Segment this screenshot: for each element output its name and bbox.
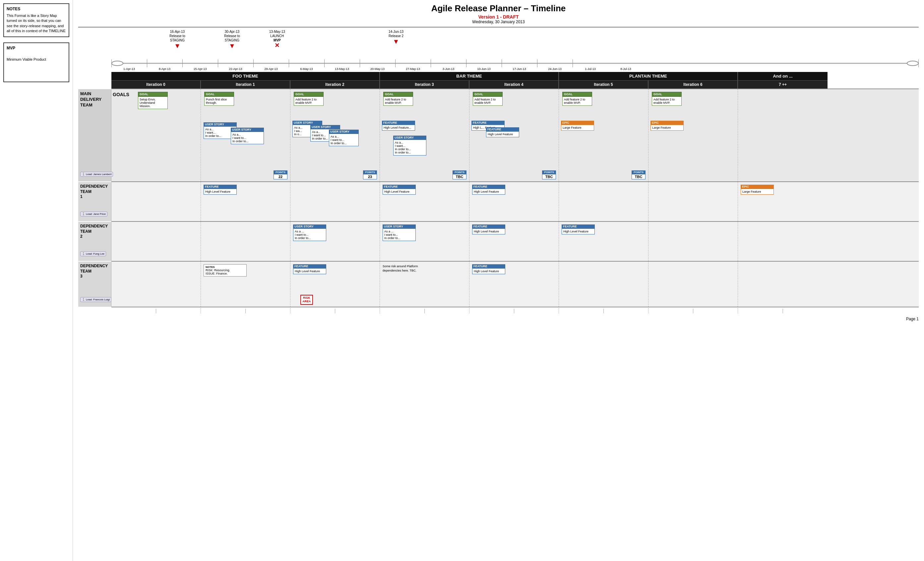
dep3-col-2: FEATURE High Level Feature RISKAREA bbox=[290, 262, 380, 307]
dep2-col-1 bbox=[201, 222, 290, 261]
goal-card-2: GOAL Add feature 2 to enable MVP. bbox=[294, 92, 324, 106]
iter-1: Iteration 1 bbox=[201, 80, 290, 88]
goal-card-1: GOAL Punch first slice through. bbox=[204, 92, 234, 106]
dep2-col-4: FEATURE High Level Feature bbox=[470, 222, 559, 261]
epic-6: EPIC Large Feature bbox=[651, 121, 684, 130]
main-lead-badge: 🚶 Lead: James Lambert bbox=[80, 172, 113, 177]
dep3-col-7 bbox=[738, 262, 828, 307]
iter-0: Iteration 0 bbox=[111, 80, 201, 88]
points-3: POINTS TBC bbox=[453, 170, 466, 179]
dep-team-2-label: DEPENDENCYTEAM2 🚶 Lead: Fung Lee bbox=[78, 222, 111, 261]
dep1-col-6 bbox=[648, 182, 738, 221]
user-story-3: USER STORY As a...I want...In order to..… bbox=[393, 136, 426, 156]
mvp-box: MVP Minimum Viable Product bbox=[3, 42, 69, 82]
page-version: Version 1 - DRAFT bbox=[78, 14, 919, 20]
dep2-feature-5: FEATURE High Level Feature bbox=[562, 225, 595, 234]
dep1-col-0 bbox=[111, 182, 201, 221]
dep2-col-5: FEATURE High Level Feature bbox=[559, 222, 648, 261]
mvp-text: Minimum Viable Product bbox=[7, 57, 66, 62]
iter-6: Iteration 6 bbox=[648, 80, 738, 88]
iter-col-0: GOAL Setup Envs. Understand Mission. bbox=[111, 89, 201, 182]
points-1: POINTS 22 bbox=[273, 170, 288, 179]
theme-header: FOO THEME BAR THEME PLANTAIN THEME And o… bbox=[111, 72, 919, 80]
dep2-col-0 bbox=[111, 222, 201, 261]
user-story-1b: USER STORY As a...I want to...In order t… bbox=[231, 128, 264, 144]
dep1-feature-1: FEATURE High Level Feature bbox=[204, 184, 237, 195]
dep3-col-3: Some risk around Platform dependencies h… bbox=[380, 262, 470, 307]
dep2-userstory-3: USER STORY As a ...I want to...In order … bbox=[382, 225, 416, 241]
milestone-2: 30-Apr-13Release toSTAGING ▼ bbox=[224, 30, 240, 49]
dep1-lead-badge: 🚶 Lead: Jane Price bbox=[80, 212, 107, 216]
page-date: Wednesday, 30 January 2013 bbox=[78, 20, 919, 24]
risk-area-badge: RISKAREA bbox=[300, 295, 313, 305]
epic-5: EPIC Large Feature bbox=[561, 121, 594, 130]
dep3-col-6 bbox=[648, 262, 738, 307]
dep-team-3-label: DEPENDENCYTEAM3 🚶 Lead: Francois Luigi bbox=[78, 262, 111, 307]
dep3-risk-text: Some risk around Platform dependencies h… bbox=[382, 264, 436, 273]
iter-col-1: GOAL Punch first slice through. USER STO… bbox=[201, 89, 290, 182]
iter-4: Iteration 4 bbox=[470, 80, 559, 88]
milestone-4: 14-Jun-13Release 2 ▼ bbox=[388, 30, 404, 45]
dep2-col-2: USER STORY As a ...I want to...In order … bbox=[290, 222, 380, 261]
dep3-feature-4: FEATURE High Level Feature bbox=[472, 264, 505, 274]
dep1-col-3: FEATURE High Level Feature bbox=[380, 182, 470, 221]
dep2-col-6 bbox=[648, 222, 738, 261]
main-delivery-row: MAINDELIVERYTEAM 🚶 Lead: James Lambert G… bbox=[111, 88, 919, 182]
points-5: POINTS TBC bbox=[632, 170, 645, 179]
goal-card-4: GOAL Add feature 2 to enable MVP. bbox=[473, 92, 502, 106]
dep3-col-5 bbox=[559, 262, 648, 307]
goal-card-6: GOAL Add feature 2 to enable MVP. bbox=[652, 92, 682, 106]
dep2-userstory-2: USER STORY As a ...I want to...In order … bbox=[293, 225, 326, 241]
andon-theme: And on ... bbox=[738, 72, 828, 80]
dep1-col-4: FEATURE High Level Feature bbox=[470, 182, 559, 221]
dep-team-1-label: DEPENDENCYTEAM1 🚶 Lead: Jane Price bbox=[78, 182, 111, 221]
bar-theme: BAR THEME bbox=[380, 72, 559, 80]
iter-col-2: GOAL Add feature 2 to enable MVP. USER S… bbox=[290, 89, 380, 182]
iter-col-6: GOAL Add feature 2 to enable MVP. EPIC L… bbox=[648, 89, 738, 182]
iter-header: Iteration 0 Iteration 1 Iteration 2 Iter… bbox=[111, 80, 919, 88]
iter-7: 7 ++ bbox=[738, 80, 828, 88]
page-number: Page 1 bbox=[78, 316, 919, 321]
plantain-theme: PLANTAIN THEME bbox=[559, 72, 738, 80]
dep1-col-5 bbox=[559, 182, 648, 221]
dep1-epic-7: EPIC Large Feature bbox=[741, 184, 774, 195]
dep2-feature-4: FEATURE High Level Feature bbox=[472, 225, 505, 234]
dep1-col-7: EPIC Large Feature bbox=[738, 182, 828, 221]
milestones-area: 16-Apr-13Release toSTAGING ▼ 30-Apr-13Re… bbox=[111, 30, 919, 59]
goal-card-3: GOAL Add feature 2 to enable MVP. bbox=[383, 92, 413, 106]
goal-card-5: GOAL Add feature 2 to enable MVP. bbox=[562, 92, 592, 106]
bottom-ticks: | | | | | | | | bbox=[111, 308, 919, 314]
dep3-notes: NOTES RISK: Resourcing.ISSUE: Finance. bbox=[204, 264, 247, 276]
dep1-col-2 bbox=[290, 182, 380, 221]
mvp-title: MVP bbox=[7, 46, 66, 50]
iter-3: Iteration 3 bbox=[380, 80, 470, 88]
page-wrapper: NOTES This Format is like a Story Map tu… bbox=[0, 0, 924, 561]
dep-team-2-row: DEPENDENCYTEAM2 🚶 Lead: Fung Lee USER ST… bbox=[111, 221, 919, 261]
iter-5: Iteration 5 bbox=[559, 80, 648, 88]
dep2-col-7 bbox=[738, 222, 828, 261]
main-delivery-label: MAINDELIVERYTEAM 🚶 Lead: James Lambert bbox=[78, 89, 111, 182]
points-4: POINTS TBC bbox=[542, 170, 556, 179]
grid-area: MAINDELIVERYTEAM 🚶 Lead: James Lambert G… bbox=[111, 88, 919, 314]
dep2-col-3: USER STORY As a ...I want to...In order … bbox=[380, 222, 470, 261]
dep-team-1-row: DEPENDENCYTEAM1 🚶 Lead: Jane Price F bbox=[111, 182, 919, 221]
notes-text: This Format is like a Story Map turned o… bbox=[7, 13, 66, 34]
main-content: Agile Release Planner – Timeline Version… bbox=[73, 0, 924, 561]
dep1-col-1: FEATURE High Level Feature bbox=[201, 182, 290, 221]
feature-4b: FEATURE High Level Feature bbox=[486, 128, 519, 137]
milestone-3: 13-May-13LAUNCHMVP ✕ bbox=[269, 30, 285, 48]
iter-2: Iteration 2 bbox=[290, 80, 380, 88]
timeline-section: 16-Apr-13Release toSTAGING ▼ 30-Apr-13Re… bbox=[78, 30, 919, 70]
timeline-bar bbox=[111, 59, 919, 67]
dep2-lead-badge: 🚶 Lead: Fung Lee bbox=[80, 251, 106, 256]
sidebar: NOTES This Format is like a Story Map tu… bbox=[0, 0, 73, 561]
dep3-col-4: FEATURE High Level Feature bbox=[470, 262, 559, 307]
user-story-2c: USER STORY As a...I want to...In order t… bbox=[329, 130, 359, 146]
dep3-lead-badge: 🚶 Lead: Francois Luigi bbox=[80, 297, 111, 302]
dep3-col-1: NOTES RISK: Resourcing.ISSUE: Finance. bbox=[201, 262, 290, 307]
iter-col-4: GOAL Add feature 2 to enable MVP. FEATUR… bbox=[470, 89, 559, 182]
page-title: Agile Release Planner – Timeline bbox=[78, 3, 919, 14]
foo-theme: FOO THEME bbox=[111, 72, 380, 80]
dep3-col-0 bbox=[111, 262, 201, 307]
dep-team-3-row: DEPENDENCYTEAM3 🚶 Lead: Francois Luigi N… bbox=[111, 261, 919, 308]
